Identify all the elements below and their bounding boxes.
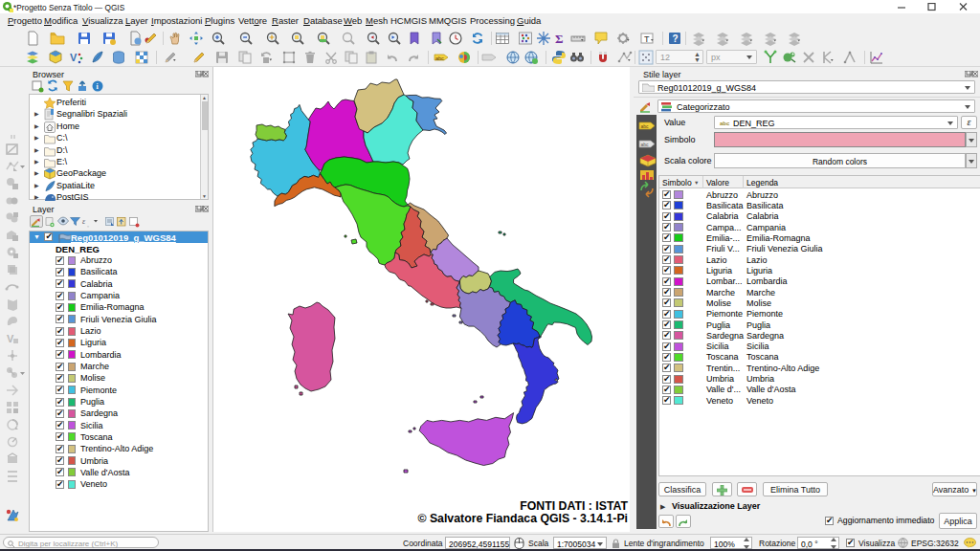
- svg-text:?: ?: [673, 33, 679, 44]
- svg-text:T: T: [644, 34, 650, 44]
- svg-text:,,: ,,: [87, 223, 89, 228]
- svg-text:abc: abc: [641, 142, 650, 147]
- svg-text:V: V: [70, 52, 78, 63]
- svg-text:ε: ε: [82, 217, 86, 226]
- svg-text:abc: abc: [641, 123, 650, 129]
- svg-text:abc: abc: [435, 55, 444, 61]
- svg-text:V: V: [7, 333, 14, 344]
- svg-text:Σ: Σ: [555, 32, 564, 46]
